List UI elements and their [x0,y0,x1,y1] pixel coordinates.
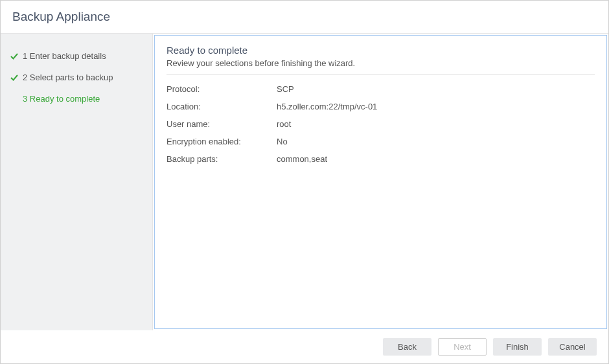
finish-button[interactable]: Finish [493,338,542,356]
summary-value: SCP [277,84,595,94]
summary-row-protocol: Protocol: SCP [167,84,595,94]
wizard-main-panel: Ready to complete Review your selections… [154,35,607,329]
dialog-title: Backup Appliance [12,10,597,24]
summary-label: Location: [167,102,277,111]
summary-label: Encryption enabled: [167,137,277,146]
summary-label: User name: [167,119,277,129]
step-select-parts-to-backup[interactable]: 2 Select parts to backup [1,67,152,88]
backup-appliance-dialog: Backup Appliance 1 Enter backup details … [0,0,609,364]
summary-value: common,seat [277,154,595,164]
summary-value: root [277,119,595,129]
dialog-body: 1 Enter backup details 2 Select parts to… [1,34,608,330]
summary-value: No [277,137,595,146]
summary-row-username: User name: root [167,119,595,129]
checkmark-icon [10,52,19,61]
checkmark-icon [10,73,19,82]
step-ready-to-complete[interactable]: 3 Ready to complete [1,88,152,109]
step-enter-backup-details[interactable]: 1 Enter backup details [1,45,152,67]
dialog-header: Backup Appliance [1,1,608,34]
main-title: Ready to complete [167,45,595,56]
main-subtitle: Review your selections before finishing … [167,58,595,68]
summary-value: h5.zoller.com:22/tmp/vc-01 [277,102,595,111]
dialog-footer: Back Next Finish Cancel [1,330,608,363]
step-label: 1 Enter backup details [23,51,106,61]
next-button: Next [438,338,487,356]
summary-table: Protocol: SCP Location: h5.zoller.com:22… [167,84,595,164]
summary-label: Backup parts: [167,154,277,164]
summary-label: Protocol: [167,84,277,94]
back-button[interactable]: Back [383,338,431,356]
divider [167,74,595,75]
step-label: 3 Ready to complete [23,94,100,104]
summary-row-location: Location: h5.zoller.com:22/tmp/vc-01 [167,102,595,111]
summary-row-backup-parts: Backup parts: common,seat [167,154,595,164]
wizard-sidebar: 1 Enter backup details 2 Select parts to… [1,34,153,330]
cancel-button[interactable]: Cancel [548,338,597,356]
summary-row-encryption: Encryption enabled: No [167,137,595,146]
step-label: 2 Select parts to backup [23,73,113,82]
